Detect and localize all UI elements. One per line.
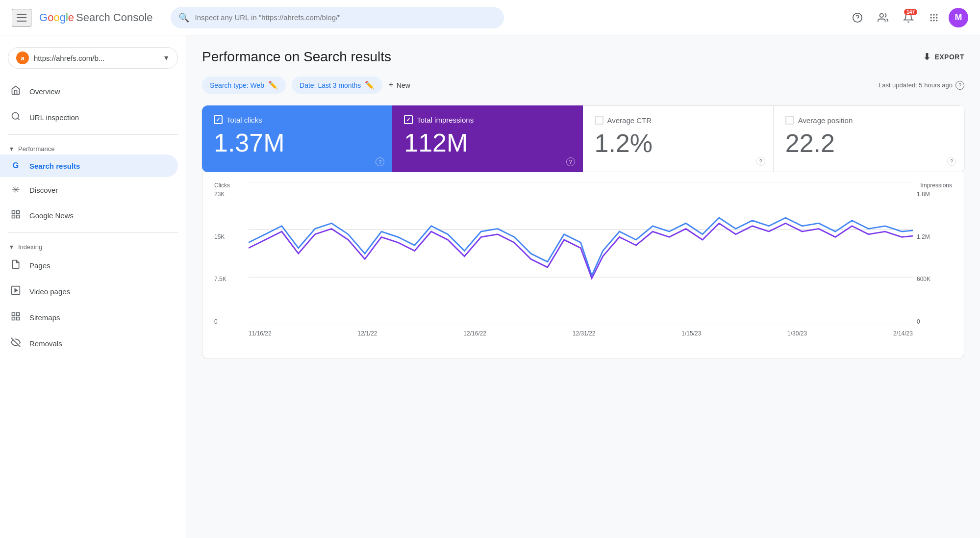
avatar[interactable]: M bbox=[949, 8, 968, 27]
last-updated-text: Last updated: 5 hours ago bbox=[879, 81, 953, 89]
app-logo: G o o g l e Search Console bbox=[39, 11, 153, 24]
search-type-label: Search type: Web bbox=[210, 81, 264, 89]
last-updated-help-icon[interactable]: ? bbox=[955, 81, 964, 90]
metric-clicks-checkbox[interactable] bbox=[214, 115, 223, 124]
svg-point-7 bbox=[933, 17, 934, 18]
x-label-2: 12/16/22 bbox=[463, 330, 486, 337]
metric-total-impressions[interactable]: Total impressions 112M ? bbox=[392, 105, 582, 172]
metric-position-header: Average position bbox=[785, 116, 952, 125]
y-axis-right: Impressions 1.8M 1.2M 600K 0 bbox=[913, 182, 952, 339]
metric-position-help-icon[interactable]: ? bbox=[947, 157, 956, 166]
metric-ctr-checkbox[interactable] bbox=[595, 116, 603, 125]
sidebar-item-url-inspection[interactable]: URL inspection bbox=[0, 104, 178, 130]
metric-impressions-value: 112M bbox=[404, 130, 571, 155]
export-icon: ⬇ bbox=[923, 51, 931, 62]
svg-line-13 bbox=[18, 118, 20, 120]
pages-icon bbox=[10, 259, 22, 272]
product-name: Search Console bbox=[76, 11, 153, 24]
discover-icon: ✳ bbox=[10, 184, 22, 196]
google-news-label: Google News bbox=[29, 211, 74, 220]
svg-point-8 bbox=[936, 17, 937, 18]
y-left-title: Clicks bbox=[214, 182, 245, 189]
metric-position-checkbox[interactable] bbox=[785, 116, 794, 125]
apps-button[interactable] bbox=[923, 7, 945, 28]
performance-section-label: Performance bbox=[18, 145, 54, 153]
chart-container: Clicks 23K 15K 7.5K 0 bbox=[202, 172, 964, 359]
main-layout: a https://ahrefs.com/b... ▼ Overview URL… bbox=[0, 35, 980, 538]
dropdown-arrow-icon: ▼ bbox=[163, 54, 170, 62]
search-results-icon: G bbox=[10, 161, 22, 170]
indexing-section-header[interactable]: ▾ Indexing bbox=[0, 237, 186, 253]
performance-section-header[interactable]: ▾ Performance bbox=[0, 139, 186, 154]
y-right-label-12m: 1.2M bbox=[917, 233, 952, 240]
svg-point-2 bbox=[880, 13, 883, 17]
export-button[interactable]: ⬇ EXPORT bbox=[923, 51, 964, 62]
site-selector[interactable]: a https://ahrefs.com/b... ▼ bbox=[8, 47, 178, 69]
search-type-filter[interactable]: Search type: Web ✏️ bbox=[202, 77, 286, 94]
metric-impressions-help-icon[interactable]: ? bbox=[566, 157, 575, 166]
export-label: EXPORT bbox=[934, 53, 964, 61]
overview-label: Overview bbox=[29, 87, 60, 96]
chart-body: 11/16/22 12/1/22 12/16/22 12/31/22 1/15/… bbox=[249, 182, 913, 339]
content-area: Performance on Search results ⬇ EXPORT S… bbox=[186, 35, 980, 538]
site-favicon: a bbox=[16, 51, 29, 64]
svg-point-11 bbox=[936, 20, 937, 21]
sidebar-item-overview[interactable]: Overview bbox=[0, 78, 178, 104]
metric-ctr-help-icon[interactable]: ? bbox=[756, 157, 765, 166]
svg-rect-21 bbox=[17, 313, 20, 316]
discover-label: Discover bbox=[29, 186, 58, 194]
svg-rect-14 bbox=[12, 211, 15, 214]
home-icon bbox=[10, 85, 22, 98]
sitemaps-icon bbox=[10, 311, 22, 324]
chart-axes: Clicks 23K 15K 7.5K 0 bbox=[214, 182, 952, 339]
metrics-row: Total clicks 1.37M ? Total impressions 1… bbox=[202, 105, 964, 172]
x-label-4: 1/15/23 bbox=[681, 330, 701, 337]
new-label: New bbox=[397, 81, 410, 89]
metric-impressions-checkbox[interactable] bbox=[404, 115, 413, 124]
sidebar-item-video-pages[interactable]: Video pages bbox=[0, 279, 178, 305]
metric-clicks-help-icon[interactable]: ? bbox=[376, 157, 384, 166]
sidebar-item-sitemaps[interactable]: Sitemaps bbox=[0, 305, 178, 331]
sidebar-item-removals[interactable]: Removals bbox=[0, 331, 178, 357]
date-filter[interactable]: Date: Last 3 months ✏️ bbox=[292, 77, 382, 94]
plus-icon: + bbox=[388, 80, 394, 90]
new-filter-button[interactable]: + New bbox=[388, 80, 410, 90]
metric-total-clicks[interactable]: Total clicks 1.37M ? bbox=[202, 105, 392, 172]
y-right-label-0: 0 bbox=[917, 318, 952, 325]
google-wordmark: G o o g l e bbox=[39, 11, 74, 24]
sidebar-divider-2 bbox=[8, 232, 178, 233]
sidebar-item-search-results[interactable]: G Search results bbox=[0, 154, 178, 177]
sidebar-item-pages[interactable]: Pages bbox=[0, 253, 178, 279]
metric-clicks-header: Total clicks bbox=[214, 115, 380, 124]
sidebar: a https://ahrefs.com/b... ▼ Overview URL… bbox=[0, 35, 186, 538]
svg-point-9 bbox=[930, 20, 932, 21]
metric-average-position[interactable]: Average position 22.2 ? bbox=[773, 105, 964, 172]
url-search-bar[interactable]: 🔍 bbox=[171, 7, 504, 28]
header: G o o g l e Search Console 🔍 bbox=[0, 0, 980, 35]
pages-label: Pages bbox=[29, 261, 50, 270]
notifications-button[interactable]: 147 bbox=[898, 7, 919, 28]
page-title: Performance on Search results bbox=[202, 49, 391, 65]
sidebar-item-google-news[interactable]: Google News bbox=[0, 203, 178, 229]
chart-svg bbox=[249, 182, 913, 325]
video-pages-icon bbox=[10, 285, 22, 298]
site-url: https://ahrefs.com/b... bbox=[34, 54, 158, 62]
manage-users-button[interactable] bbox=[872, 7, 894, 28]
removals-label: Removals bbox=[29, 339, 62, 348]
sidebar-item-discover[interactable]: ✳ Discover bbox=[0, 177, 178, 203]
video-pages-label: Video pages bbox=[29, 287, 70, 296]
x-axis-labels: 11/16/22 12/1/22 12/16/22 12/31/22 1/15/… bbox=[249, 327, 913, 337]
help-button[interactable] bbox=[847, 7, 868, 28]
sitemaps-label: Sitemaps bbox=[29, 313, 60, 322]
indexing-collapse-icon: ▾ bbox=[10, 243, 13, 251]
metric-average-ctr[interactable]: Average CTR 1.2% ? bbox=[583, 105, 773, 172]
svg-point-4 bbox=[933, 14, 934, 15]
y-right-label-600k: 600K bbox=[917, 276, 952, 282]
y-right-label-18m: 1.8M bbox=[917, 191, 952, 198]
hamburger-button[interactable] bbox=[12, 9, 31, 26]
url-inspection-label: URL inspection bbox=[29, 113, 79, 122]
url-search-input[interactable] bbox=[195, 13, 496, 22]
y-left-label-23k: 23K bbox=[214, 191, 245, 198]
url-inspection-icon bbox=[10, 111, 22, 124]
svg-point-6 bbox=[930, 17, 932, 18]
